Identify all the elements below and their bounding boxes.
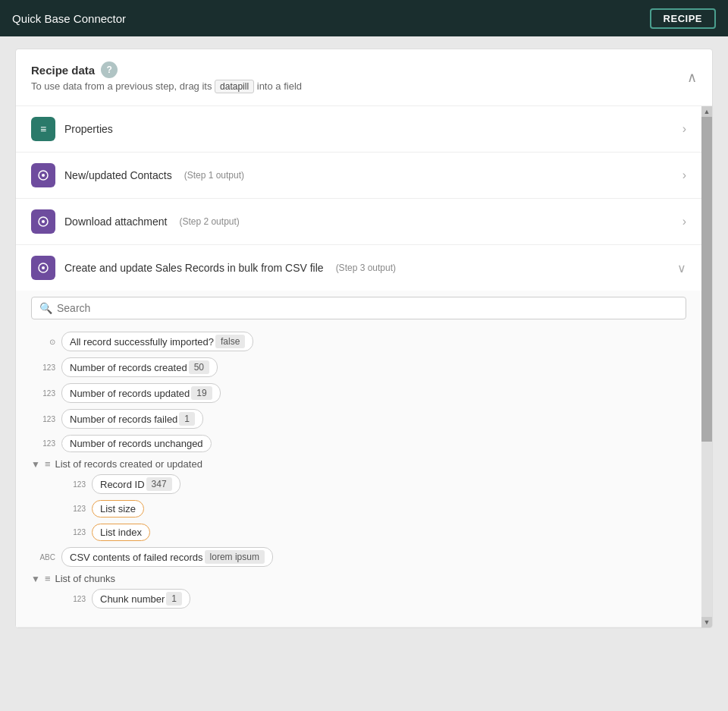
help-icon[interactable]: ? bbox=[101, 61, 118, 78]
list-name-chunks: List of chunks bbox=[55, 573, 115, 584]
panel-subtitle: To use data from a previous step, drag i… bbox=[31, 80, 302, 93]
pill-value-created: 50 bbox=[189, 360, 209, 374]
panel-header-left: Recipe data ? To use data from a previou… bbox=[31, 61, 302, 93]
list-header-created-updated: ▼ ≡ List of records created or updated bbox=[31, 458, 686, 470]
pill-label-failed: Number of records failed bbox=[70, 414, 177, 425]
pill-row-csv-failed: ABC CSV contents of failed records lorem… bbox=[31, 547, 686, 567]
pill-records-unchanged[interactable]: Number of records unchanged bbox=[61, 435, 212, 452]
app-header: Quick Base Connector RECIPE bbox=[0, 0, 728, 36]
pill-csv-failed[interactable]: CSV contents of failed records lorem ips… bbox=[61, 547, 273, 567]
step-name-create-update: Create and update Sales Records in bulk … bbox=[64, 262, 324, 274]
pill-value-chunk-number: 1 bbox=[166, 592, 182, 606]
search-input[interactable] bbox=[57, 302, 678, 314]
app-title: Quick Base Connector bbox=[12, 12, 126, 25]
step-contacts[interactable]: New/updated Contacts (Step 1 output) › bbox=[16, 153, 701, 199]
step-icon-download bbox=[31, 209, 55, 234]
pill-label-csv-failed: CSV contents of failed records bbox=[70, 552, 203, 563]
pill-value-imported: false bbox=[215, 335, 245, 348]
pill-type-list-size: 123 bbox=[61, 505, 86, 513]
panel-content-row: ≡ Properties › New/updated Contacts (St bbox=[16, 106, 712, 628]
pill-label-unchanged: Number of records unchanged bbox=[70, 438, 203, 449]
pill-chunk-number[interactable]: Chunk number 1 bbox=[92, 589, 190, 609]
pill-type-csv-failed: ABC bbox=[31, 553, 55, 562]
panel-title: Recipe data bbox=[31, 64, 95, 77]
pill-label-list-size: List size bbox=[100, 503, 136, 514]
pill-row-list-size: 123 List size bbox=[61, 500, 686, 518]
pill-row-imported: ⊙ All record successfully imported? fals… bbox=[31, 332, 686, 351]
page-background: Recipe data ? To use data from a previou… bbox=[0, 36, 728, 711]
step-create-update-expanded: Create and update Sales Records in bulk … bbox=[16, 245, 701, 628]
scrollbar-track[interactable] bbox=[701, 117, 712, 617]
pill-type-list-index: 123 bbox=[61, 528, 86, 536]
pill-row-list-index: 123 List index bbox=[61, 524, 686, 541]
search-box: 🔍 bbox=[31, 297, 686, 319]
chevron-icon-contacts: › bbox=[682, 168, 686, 182]
pill-list-size[interactable]: List size bbox=[92, 500, 144, 518]
step-properties[interactable]: ≡ Properties › bbox=[16, 106, 701, 153]
step-label-contacts: (Step 1 output) bbox=[184, 170, 244, 181]
step-name-contacts: New/updated Contacts bbox=[64, 169, 172, 181]
list-section-created-updated: ▼ ≡ List of records created or updated 1… bbox=[31, 458, 686, 541]
panel-collapse-button[interactable]: ∧ bbox=[687, 69, 697, 86]
pill-type-imported: ⊙ bbox=[31, 338, 55, 346]
scrollbar-up-button[interactable]: ▲ bbox=[701, 106, 712, 117]
scrollbar-down-button[interactable]: ▼ bbox=[701, 617, 712, 628]
pill-row-failed: 123 Number of records failed 1 bbox=[31, 409, 686, 429]
pill-records-updated[interactable]: Number of records updated 19 bbox=[61, 383, 221, 403]
list-name-created-updated: List of records created or updated bbox=[55, 458, 202, 470]
datapill-label: datapill bbox=[215, 80, 254, 93]
panel-header: Recipe data ? To use data from a previou… bbox=[16, 49, 712, 106]
pill-value-failed: 1 bbox=[179, 412, 195, 426]
search-icon: 🔍 bbox=[39, 302, 52, 314]
search-container: 🔍 bbox=[16, 291, 701, 326]
step-create-update-left: Create and update Sales Records in bulk … bbox=[31, 256, 396, 280]
recipe-button[interactable]: RECIPE bbox=[650, 8, 716, 29]
step-download-left: Download attachment (Step 2 output) bbox=[31, 209, 240, 234]
chevron-icon-create-update: ∨ bbox=[677, 261, 686, 275]
pill-value-record-id: 347 bbox=[146, 477, 172, 491]
pill-label-record-id: Record ID bbox=[100, 479, 145, 490]
chevron-icon-properties: › bbox=[682, 122, 686, 136]
pill-label-chunk-number: Chunk number bbox=[100, 593, 165, 605]
pill-label-updated: Number of records updated bbox=[70, 388, 190, 399]
pill-row-chunk-number: 123 Chunk number 1 bbox=[61, 589, 686, 609]
scrollbar-thumb[interactable] bbox=[701, 117, 712, 442]
pill-row-updated: 123 Number of records updated 19 bbox=[31, 383, 686, 403]
panel-main: ≡ Properties › New/updated Contacts (St bbox=[16, 106, 701, 628]
svg-point-5 bbox=[42, 266, 45, 269]
chevron-icon-download: › bbox=[682, 215, 686, 228]
pill-all-records-imported[interactable]: All record successfully imported? false bbox=[61, 332, 253, 351]
step-name-download: Download attachment bbox=[64, 216, 167, 228]
step-icon-properties: ≡ bbox=[31, 117, 55, 141]
pill-list-index[interactable]: List index bbox=[92, 524, 150, 541]
step-left: ≡ Properties bbox=[31, 117, 113, 141]
list-arrow-chunks-icon: ▼ bbox=[31, 574, 40, 584]
pill-type-record-id: 123 bbox=[61, 480, 86, 489]
pill-records-failed[interactable]: Number of records failed 1 bbox=[61, 409, 203, 429]
pill-value-updated: 19 bbox=[191, 386, 212, 400]
list-items-chunks: 123 Chunk number 1 bbox=[31, 589, 686, 609]
list-section-chunks: ▼ ≡ List of chunks 123 Chunk bbox=[31, 573, 686, 609]
pill-row-created: 123 Number of records created 50 bbox=[31, 357, 686, 377]
step-icon-contacts bbox=[31, 163, 55, 187]
pill-record-id[interactable]: Record ID 347 bbox=[92, 474, 180, 494]
pill-label-list-index: List index bbox=[100, 527, 142, 538]
pill-value-csv-failed: lorem ipsum bbox=[205, 550, 265, 564]
step-create-update-header[interactable]: Create and update Sales Records in bulk … bbox=[16, 245, 701, 291]
pill-row-unchanged: 123 Number of records unchanged bbox=[31, 435, 686, 452]
pill-type-failed: 123 bbox=[31, 415, 55, 423]
list-lines-icon: ≡ bbox=[45, 458, 51, 470]
recipe-data-panel: Recipe data ? To use data from a previou… bbox=[15, 49, 713, 628]
list-items-created-updated: 123 Record ID 347 123 bbox=[31, 474, 686, 541]
pill-type-chunk-number: 123 bbox=[61, 595, 86, 603]
step-download[interactable]: Download attachment (Step 2 output) › bbox=[16, 199, 701, 245]
pill-records-created[interactable]: Number of records created 50 bbox=[61, 357, 218, 377]
pill-label-imported: All record successfully imported? bbox=[70, 336, 214, 348]
pill-row-record-id: 123 Record ID 347 bbox=[61, 474, 686, 494]
pill-type-created: 123 bbox=[31, 363, 55, 372]
panel-title-row: Recipe data ? bbox=[31, 61, 302, 78]
list-lines-chunks-icon: ≡ bbox=[45, 573, 51, 584]
svg-point-3 bbox=[42, 220, 45, 223]
step-contacts-left: New/updated Contacts (Step 1 output) bbox=[31, 163, 244, 187]
step-name-properties: Properties bbox=[64, 123, 113, 135]
